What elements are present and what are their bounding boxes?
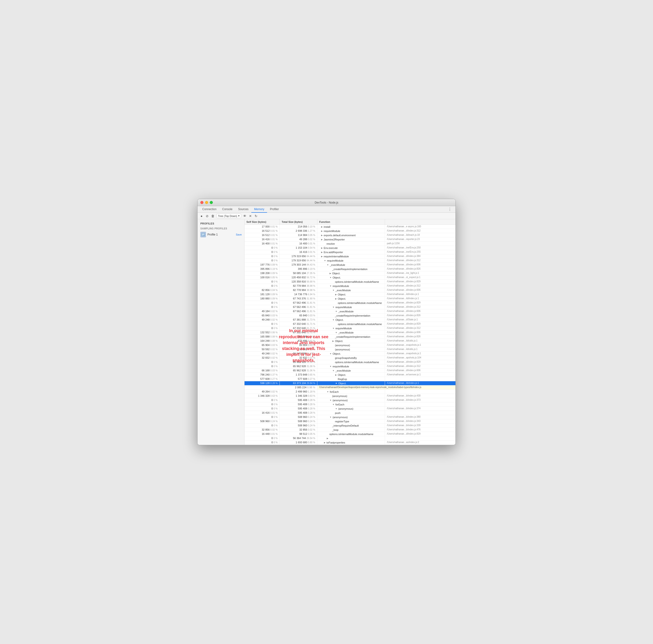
table-row[interactable]: 17 000 0.01 % 214 056 0.10 % ▶ install /… (244, 225, 456, 229)
profile-item[interactable]: Profile 1 Save (197, 231, 244, 238)
save-button[interactable]: Save (235, 233, 242, 236)
table-row[interactable]: 0 0 % 82 778 984 38.98 % ▼ requireModule… (244, 284, 456, 288)
table-row[interactable]: 49 248 0.02 % 66 045 008 31.10 % ▼ Objec… (244, 352, 456, 356)
expand-icon[interactable]: ▼ (330, 285, 332, 287)
expand-icon[interactable]: ▼ (330, 399, 332, 401)
table-row[interactable]: 66 168 0.03 % 65 962 928 31.06 % ▼ _exec… (244, 369, 456, 373)
expand-icon[interactable]: ▶ (335, 374, 337, 376)
table-row[interactable]: 0 0 % 508 960 0.24 % _interopRequireDefa… (244, 423, 456, 428)
refresh-icon[interactable]: ↻ (254, 214, 258, 218)
table-row[interactable]: 16 512 0.01 % 2 698 336 1.27 % ▶ require… (244, 229, 456, 233)
tab-memory[interactable]: Memory (251, 206, 267, 213)
more-options-icon[interactable]: ⋮ (446, 206, 454, 212)
maximize-button[interactable] (210, 201, 213, 204)
record-icon[interactable]: ● (199, 214, 204, 218)
table-row[interactable]: 164 248 0.08 % 873 496 0.41 % ▶ Object. … (244, 339, 456, 343)
table-row[interactable]: 0 0 % 120 358 816 56.68 % options.isInte… (244, 280, 456, 284)
table-row[interactable]: 82 856 0.04 % 82 778 984 38.98 % ▼ _exec… (244, 288, 456, 292)
table-row[interactable]: 49 264 0.02 % 2 499 960 1.18 % ▼ forEach (244, 390, 456, 394)
expand-icon[interactable]: ▶ (321, 230, 323, 232)
table-row[interactable]: 1 346 328 0.63 % 1 346 328 0.63 % (anony… (244, 394, 456, 398)
view-select[interactable]: Tree (Top Down) ▾ (216, 214, 241, 218)
table-row[interactable]: 508 960 0.24 % 508 960 0.24 % registerTy… (244, 419, 456, 423)
table-row[interactable]: 100 016 0.05 % 120 458 832 56.72 % ▼ Obj… (244, 275, 456, 280)
table-row[interactable]: 16 512 0.01 % 114 984 0.05 % ▶ exports.d… (244, 233, 456, 237)
table-row[interactable]: 796 240 0.37 % 1 373 848 0.65 % ▶ Object… (244, 373, 456, 377)
expand-icon[interactable]: ▶ (321, 234, 323, 236)
expand-icon[interactable]: ▶ (335, 293, 337, 296)
expand-icon[interactable]: ▼ (335, 331, 337, 334)
expand-icon[interactable]: ▼ (332, 369, 335, 372)
table-row[interactable]: 0 0 % 67 332 640 31.71 % options.isInter… (244, 322, 456, 326)
table-row[interactable]: 16 416 0.01 % 595 408 0.28 % push (244, 411, 456, 415)
table-row[interactable]: 49 184 0.02 % 67 562 496 31.81 % ▼ _exec… (244, 309, 456, 314)
table-row[interactable]: 0 0 % 179 319 656 84.44 % ▶ requireInter… (244, 254, 456, 258)
expand-icon[interactable]: ▼ (332, 403, 335, 406)
table-row[interactable]: 0 0 % 179 319 656 84.44 % ▼ requireModul… (244, 258, 456, 263)
table-row[interactable]: 0 0 % 65 962 928 31.06 % ▼ requireModule… (244, 364, 456, 369)
expand-icon[interactable]: ▼ (324, 259, 326, 262)
table-row[interactable]: 16 400 0.01 % 16 400 0.01 % resolve path… (244, 242, 456, 246)
tab-connection[interactable]: Connection (199, 206, 219, 213)
table-row[interactable]: 16 416 0.01 % 49 288 0.02 % ▶ Jasmine2Re… (244, 237, 456, 242)
table-row[interactable]: 0 0 % 1 693 680 0.80 % ▶ toFastpropertie… (244, 440, 456, 445)
expand-icon[interactable]: ▶ (321, 238, 323, 241)
table-row[interactable]: 65 904 0.03 % 65 904 0.03 % (anonymous) … (244, 343, 456, 347)
minimize-button[interactable] (205, 201, 208, 204)
table-row[interactable]: 0 0 % 508 960 0.24 % ▼ (anonymous) /User… (244, 415, 456, 419)
expand-icon[interactable]: ▼ (335, 310, 337, 313)
table-row[interactable]: 165 088 0.08 % 165 088 0.08 % _createReq… (244, 335, 456, 339)
table-row[interactable]: 0 0 % 595 408 0.28 % ▼ (anonymous) /User… (244, 398, 456, 402)
expand-icon[interactable]: ▼ (327, 264, 329, 266)
expand-icon[interactable]: ▼ (327, 391, 329, 393)
expand-icon[interactable]: ▶ (321, 247, 323, 249)
expand-icon[interactable]: ▶ (324, 441, 325, 444)
table-row[interactable]: 0 0 % 67 332 640 31.71 % ▼ requireModule… (244, 326, 456, 330)
expand-icon[interactable]: ▼ (330, 416, 332, 418)
tab-profiler[interactable]: Profiler (267, 206, 282, 213)
expand-icon[interactable]: ▶ (321, 255, 323, 258)
table-row[interactable]: 65 840 0.03 % 65 840 0.03 % _createRequi… (244, 314, 456, 318)
table-row[interactable]: 0 0 % 56 364 744 26.54 % ▶ (244, 436, 456, 440)
expand-icon[interactable]: ▶ (327, 437, 329, 439)
table-row[interactable]: 50 592 0.02 % 50 592 0.02 % (anonymous) … (244, 347, 456, 352)
expand-icon[interactable]: ▶ (335, 298, 337, 300)
table-row[interactable]: 0 0 % 67 562 496 31.81 % ▼ requireModule… (244, 305, 456, 309)
tab-sources[interactable]: Sources (235, 206, 251, 213)
expand-icon[interactable]: ▶ (330, 272, 331, 275)
table-row[interactable]: 132 552 0.06 % 67 332 640 31.71 % ▼ _exe… (244, 330, 456, 335)
expand-icon[interactable]: ▼ (332, 319, 335, 321)
table-row[interactable]: 180 880 0.09 % 67 743 376 31.90 % ▶ Obje… (244, 297, 456, 301)
expand-icon[interactable]: ▼ (335, 382, 337, 385)
x-icon[interactable]: ✕ (248, 214, 252, 218)
table-row[interactable]: 0 0 % 65 962 928 31.06 % options.isInter… (244, 360, 456, 364)
stop-icon[interactable]: ⊘ (205, 214, 209, 218)
table-row[interactable]: 0 0 % 1 153 104 0.54 % ▶ Env.execute /Us… (244, 246, 456, 250)
table-row[interactable]: 598 128 0.28 % 63 373 104 29.84 % ▼ Obje… (244, 381, 456, 386)
table-row[interactable]: 16 448 0.01 % 98 512 0.05 % options.isIn… (244, 432, 456, 436)
table-row[interactable]: 0 0 % 595 408 0.28 % ▼ (anonymous) /User… (244, 407, 456, 411)
expand-icon[interactable]: ▶ (321, 226, 323, 228)
clear-icon[interactable]: 🗑 (211, 214, 215, 218)
expand-icon[interactable]: ▼ (330, 276, 332, 279)
table-row[interactable]: 395 896 0.19 % 395 896 0.19 % _createReq… (244, 267, 456, 271)
table-row[interactable]: 49 248 0.02 % 67 381 888 31.73 % ▼ Objec… (244, 318, 456, 322)
table-row[interactable]: 0 0 % 16 416 0.01 % ▶ Env.addReporter /U… (244, 250, 456, 254)
expand-icon[interactable]: ▼ (332, 327, 335, 329)
table-row[interactable]: 181 128 0.09 % 14 736 776 6.94 % ▶ Objec… (244, 292, 456, 297)
expand-icon[interactable]: ▼ (335, 408, 337, 410)
expand-icon[interactable]: ▶ (321, 251, 323, 253)
close-button[interactable] (200, 201, 203, 204)
table-row[interactable]: 0 0 % 67 562 496 31.81 % options.isInter… (244, 301, 456, 305)
expand-icon[interactable]: ▶ (332, 340, 334, 342)
expand-icon[interactable]: ▼ (332, 289, 335, 292)
expand-icon[interactable]: ▼ (330, 352, 332, 355)
table-row[interactable]: 32 832 0.02 % 32 832 0.02 % groupSnapsho… (244, 356, 456, 360)
table-row[interactable]: 32 856 0.02 % 32 856 0.02 % _loop /Users… (244, 428, 456, 432)
table-row[interactable]: 198 208 0.09 % 58 085 104 27.35 % ▶ Obje… (244, 271, 456, 275)
table-row[interactable]: 577 608 0.27 % 577 608 0.27 % RegExp (244, 377, 456, 381)
table-row[interactable]: 197 776 0.09 % 179 303 144 84.43 % ▼ _ex… (244, 263, 456, 267)
tab-console[interactable]: Console (219, 206, 235, 213)
table-row[interactable]: 0 0 % 595 408 0.28 % ▼ forEach (244, 402, 456, 407)
expand-icon[interactable]: ▼ (332, 306, 335, 308)
